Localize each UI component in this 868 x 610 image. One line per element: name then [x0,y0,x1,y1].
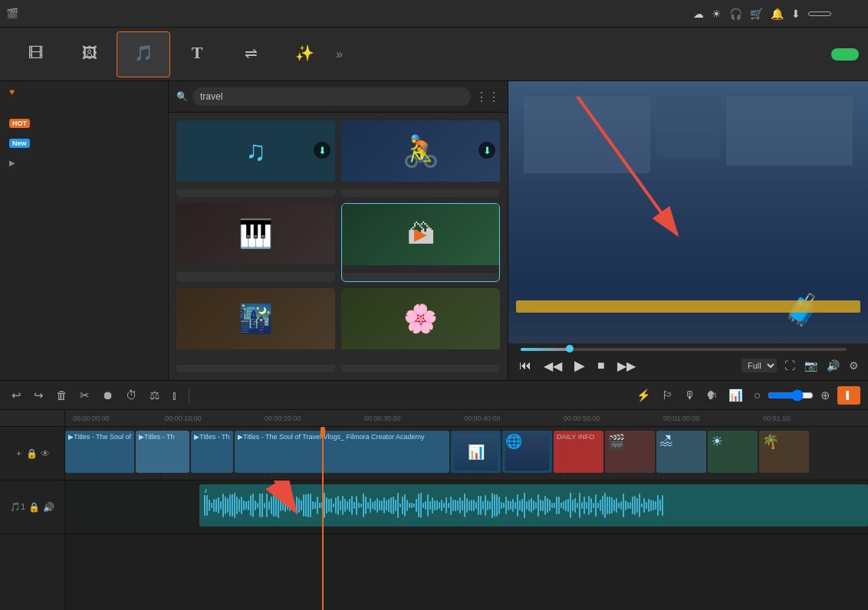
frame-back-button[interactable]: ◀◀ [541,357,565,375]
clip-8[interactable]: 🎬 [605,431,655,473]
cart-icon[interactable]: 🛒 [750,8,763,20]
add-video-track-button[interactable]: ＋ [15,448,23,459]
login-button[interactable] [808,11,831,16]
clip-label-2: Titles - Th [144,433,175,441]
download-icon[interactable]: ⬇ [791,8,801,20]
progress-bar[interactable] [521,348,847,351]
clip-11[interactable]: 🌴 [759,431,809,473]
record-button[interactable]: ⏺ [98,386,117,404]
page-turn-download-button[interactable]: ⬇ [314,142,330,159]
audio-track-content[interactable]: ♪ // Generate waveform bars const wavefo… [199,484,868,526]
card5-title [176,349,335,365]
timeline-tracks: ✂ ▶ Titles - [65,427,868,610]
grid-menu-icon[interactable]: ⋮⋮ [475,90,500,104]
silence-detect-button[interactable]: 📊 [725,386,747,405]
sidebar-item-favorites[interactable]: ♥ [0,81,168,103]
snapshot-button[interactable]: 📷 [803,358,819,373]
sidebar-item-folk[interactable] [0,226,168,237]
audio-card-trip-lifetime[interactable]: 🏔 ▶ [341,203,500,281]
audio-card-5[interactable]: 🌃 [176,288,335,372]
sidebar-item-young-bright[interactable] [0,194,168,205]
ruler-70: 00:01:10: [763,415,792,422]
export-button[interactable] [831,48,859,61]
card6-title [341,349,500,365]
clip6-thumb: 🌐 [505,434,522,449]
sidebar-item-rock[interactable] [0,215,168,226]
delete-button[interactable]: 🗑 [52,386,71,404]
move-on-download-button[interactable]: ⬇ [478,142,495,159]
clip-5[interactable]: 📊 [451,431,501,473]
clip-2[interactable]: ▶ Titles - Th [136,431,189,473]
toolbar-stock-media[interactable]: 🖼 [63,31,117,77]
quality-select[interactable]: Full [741,359,777,372]
clip-7[interactable]: DAILY INFO [554,431,603,473]
stop-button[interactable]: ■ [594,357,608,374]
clip-1[interactable]: ▶ Titles - The Soul of [65,431,134,473]
volume-button[interactable]: 🔊 [825,358,841,373]
sidebar-item-tender[interactable] [0,205,168,215]
toolbar-titles[interactable]: T [170,31,224,77]
toolbar-media[interactable]: 🎞 [9,31,63,77]
clip-9[interactable]: 🏖 [656,431,706,473]
audio-track-header: 🎵1 🔒 🔊 [0,480,64,534]
audio-card-page-turn[interactable]: ♫ ⬇ [176,120,335,197]
toolbar-expand-icon[interactable]: » [336,48,343,61]
timer-button[interactable]: ⏱ [122,386,141,404]
headphone-icon[interactable]: 🎧 [729,8,742,20]
playhead-top [321,427,325,438]
adjust-button[interactable]: ⚖ [146,386,163,405]
sidebar-item-recommended[interactable]: HOT [0,113,168,133]
abstract1-icon: 🌃 [238,303,273,335]
minus-zoom-button[interactable]: ○ [750,386,764,404]
media-icon: 🎞 [28,44,44,62]
sidebar-item-intro[interactable] [0,172,168,183]
bell-icon[interactable]: 🔔 [771,8,784,20]
mark-button[interactable]: 🏳 [658,386,677,404]
snap-button[interactable]: ⚡ [633,386,655,405]
sidebar-item-whats-new[interactable]: New [0,133,168,153]
plus-zoom-button[interactable]: ⊕ [817,386,834,405]
settings-button[interactable]: ⚙ [847,358,860,373]
clip-6[interactable]: 🌐 [502,431,552,473]
redo-button[interactable]: ↪ [30,386,48,405]
split-button[interactable]: ⫿ [168,386,182,404]
fullscreen-button[interactable]: ⛶ [783,358,797,373]
play-button[interactable]: ▶ [571,356,588,376]
audio-grid: ♫ ⬇ 🚴 ⬇ 🎹 [169,113,508,380]
audio-card-a-story[interactable]: 🎹 [176,203,335,281]
search-input[interactable] [192,87,471,106]
sidebar-item-sound-effect[interactable]: ▶ [0,153,168,172]
sun-icon[interactable]: ☀ [712,8,722,20]
toolbar-effects[interactable]: ✨ [278,31,331,77]
flowers-icon: 🌸 [403,303,438,335]
cut-button[interactable]: ✂ [76,386,94,405]
toolbar-audio[interactable]: 🎵 [117,31,170,77]
audio-card-6[interactable]: 🌸 [341,288,500,372]
music-note-icon: ♪ [204,487,208,494]
progress-handle[interactable] [566,345,574,353]
hot-badge: HOT [9,119,30,128]
undo-button[interactable]: ↩ [8,386,25,405]
toolbar-transitions[interactable]: ⇌ [224,31,278,77]
clip-3[interactable]: ▶ Titles - Th [191,431,233,473]
sidebar-item-happy[interactable] [0,183,168,194]
move-on-title [341,182,500,189]
audio-card-move-on[interactable]: 🚴 ⬇ [341,120,500,197]
zoom-slider[interactable] [768,389,814,402]
clip11-thumb: 🌴 [762,433,779,450]
clip-10[interactable]: ☀ [708,431,758,473]
skip-back-button[interactable]: ⏮ [516,357,534,374]
frame-forward-button[interactable]: ▶▶ [614,357,639,375]
audio-record-button[interactable]: 🎙 [680,386,699,404]
cloud-icon[interactable]: ☁ [693,8,704,20]
voiceover-button[interactable]: 🗣 [702,386,722,404]
clip-4[interactable]: ▶ Titles - The Soul of Travel Vlogs_ Fil… [235,431,449,473]
audio-clip-label: ♪ [204,487,210,494]
sidebar-item-downloads[interactable] [0,103,168,113]
page-turn-title [176,182,335,189]
timeline-content: ＋ 🔒 👁 🎵1 🔒 🔊 00:00:00:00 00:00:10:00 00:… [0,410,868,610]
timeline-ruler[interactable]: 00:00:00:00 00:00:10:00 00:00:20:00 00:0… [65,410,868,427]
playback-controls: ⏮ ◀◀ ▶ ■ ▶▶ Full ⛶ 📷 🔊 ⚙ [516,356,860,376]
clip-label-1: Titles - The Soul of [74,433,131,441]
track-indicator-icon: ▌ [846,391,851,399]
